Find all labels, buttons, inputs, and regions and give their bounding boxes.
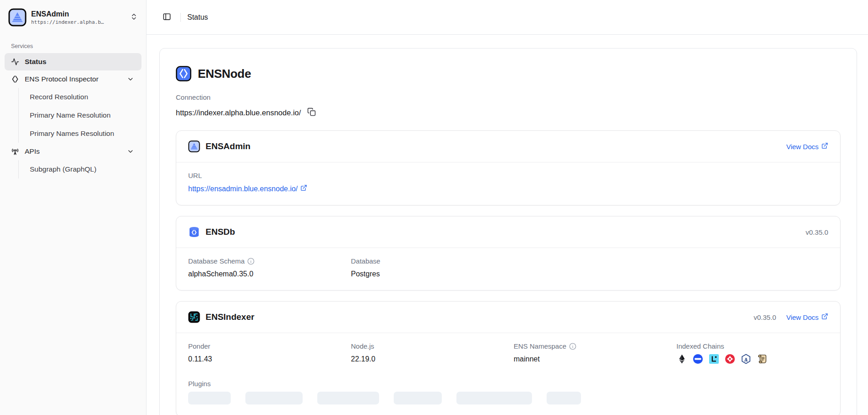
connection-url: https://indexer.alpha.blue.ensnode.io/ xyxy=(176,108,301,117)
field-value: alphaSchema0.35.0 xyxy=(188,270,340,278)
plugin-chips xyxy=(188,392,828,404)
card-title: ENSAdmin xyxy=(206,141,250,151)
apis-subnav: Subgraph (GraphQL) xyxy=(18,160,141,178)
external-link-icon xyxy=(821,313,828,321)
ensadmin-card: ENSAdmin View Docs xyxy=(176,130,841,205)
service-cards: ENSAdmin View Docs xyxy=(176,130,841,415)
chevrons-up-down-icon xyxy=(130,13,138,22)
ensdb-logo-icon xyxy=(188,226,200,238)
field-value: mainnet xyxy=(514,355,666,363)
ens-diamond-icon xyxy=(11,75,19,83)
external-link-icon xyxy=(300,184,307,193)
copy-icon xyxy=(307,108,316,118)
scroll-chain-icon xyxy=(757,354,767,364)
sidebar-item-label: Primary Names Resolution xyxy=(30,129,114,138)
sidebar-item-label: Primary Name Resolution xyxy=(30,111,111,119)
breadcrumb: Status xyxy=(187,13,208,22)
radio-tower-icon xyxy=(11,147,19,156)
app-title: ENSAdmin xyxy=(31,10,69,18)
sidebar-item-status[interactable]: Status xyxy=(5,53,141,70)
optimism-chain-icon xyxy=(725,354,735,364)
plugin-chip xyxy=(245,392,303,404)
field-value: 0.11.43 xyxy=(188,355,340,363)
ensadmin-url-text: https://ensadmin.blue.ensnode.io/ xyxy=(188,185,298,193)
ensadmin-logo-icon xyxy=(8,8,27,27)
version-badge: v0.35.0 xyxy=(754,313,776,321)
field-ens-namespace: ENS Namespace mainnet xyxy=(514,342,666,364)
base-chain-icon xyxy=(693,354,703,364)
field-ponder: Ponder 0.11.43 xyxy=(188,342,340,364)
ensadmin-card-logo-icon xyxy=(188,140,200,152)
app-root: ENSAdmin https://indexer.alpha.b… Servic… xyxy=(0,0,868,415)
field-label: Ponder xyxy=(188,342,340,350)
sidebar-toggle-button[interactable] xyxy=(159,10,174,25)
connection-label: Connection xyxy=(176,93,841,101)
content: ENSNode Connection https://indexer.alpha… xyxy=(146,35,868,415)
arbitrum-chain-icon xyxy=(741,354,751,364)
sidebar-section-label: Services xyxy=(5,43,141,49)
field-database: Database Postgres xyxy=(351,257,503,278)
field-label: Database xyxy=(351,257,503,265)
info-icon[interactable] xyxy=(247,258,255,265)
page-title: ENSNode xyxy=(198,67,251,81)
card-title: ENSIndexer xyxy=(206,312,255,322)
plugin-chip xyxy=(317,392,379,404)
view-docs-label: View Docs xyxy=(786,143,819,151)
ensadmin-url-link[interactable]: https://ensadmin.blue.ensnode.io/ xyxy=(188,184,307,193)
plugins-label: Plugins xyxy=(188,380,828,388)
ensindexer-logo-icon xyxy=(188,311,200,323)
connection-switcher[interactable]: ENSAdmin https://indexer.alpha.b… xyxy=(5,5,141,30)
connection-row: https://indexer.alpha.blue.ensnode.io/ xyxy=(176,108,841,118)
ensdb-card: ENSDb v0.35.0 Database Schema xyxy=(176,216,841,291)
chevron-down-icon xyxy=(127,75,135,83)
panel-left-icon xyxy=(163,12,171,22)
ethereum-chain-icon xyxy=(677,354,687,364)
view-docs-label: View Docs xyxy=(786,313,819,321)
sidebar-item-apis[interactable]: APIs xyxy=(5,143,141,160)
topbar: Status xyxy=(146,0,868,35)
field-label: Node.js xyxy=(351,342,503,350)
field-database-schema: Database Schema alphaSchema0.35.0 xyxy=(188,257,340,278)
sidebar-item-label: APIs xyxy=(25,147,40,156)
plugin-chip xyxy=(394,392,442,404)
chevron-down-icon xyxy=(127,147,135,156)
view-docs-link[interactable]: View Docs xyxy=(786,142,828,151)
indexed-chains-list xyxy=(677,354,829,364)
plugin-chip xyxy=(456,392,532,404)
field-value: 22.19.0 xyxy=(351,355,503,363)
field-value: Postgres xyxy=(351,270,503,278)
field-label: ENS Namespace xyxy=(514,342,566,350)
field-nodejs: Node.js 22.19.0 xyxy=(351,342,503,364)
status-page-card: ENSNode Connection https://indexer.alpha… xyxy=(159,48,857,415)
activity-icon xyxy=(11,58,19,66)
sidebar-item-subgraph-graphql[interactable]: Subgraph (GraphQL) xyxy=(23,160,141,178)
main-area: Status ENSNode Connection https: xyxy=(146,0,868,415)
plugin-chip xyxy=(547,392,581,404)
sidebar-item-primary-names-resolution[interactable]: Primary Names Resolution xyxy=(23,124,141,143)
sidebar-item-label: Status xyxy=(25,58,46,66)
sidebar-item-primary-name-resolution[interactable]: Primary Name Resolution xyxy=(23,106,141,124)
info-icon[interactable] xyxy=(569,343,576,350)
inspector-subnav: Record Resolution Primary Name Resolutio… xyxy=(18,88,141,143)
view-docs-link[interactable]: View Docs xyxy=(786,313,828,321)
version-badge: v0.35.0 xyxy=(806,228,828,236)
sidebar-nav: Status ENS Protocol Inspector Record Res… xyxy=(5,53,141,178)
sidebar-item-label: Record Resolution xyxy=(30,93,88,101)
app-subtitle: https://indexer.alpha.b… xyxy=(31,19,125,25)
plugin-chip xyxy=(188,392,231,404)
sidebar-item-label: ENS Protocol Inspector xyxy=(25,75,98,83)
sidebar: ENSAdmin https://indexer.alpha.b… Servic… xyxy=(0,0,146,415)
url-field-label: URL xyxy=(188,172,828,179)
external-link-icon xyxy=(821,142,828,151)
ensindexer-card: ENSIndexer v0.35.0 View Docs xyxy=(176,301,841,415)
ensnode-header: ENSNode xyxy=(176,66,841,81)
topbar-divider xyxy=(180,13,181,22)
ensnode-logo-icon xyxy=(176,66,191,81)
field-label: Indexed Chains xyxy=(677,342,829,350)
field-indexed-chains: Indexed Chains xyxy=(677,342,829,364)
card-title: ENSDb xyxy=(206,227,235,237)
linea-chain-icon xyxy=(709,354,719,364)
sidebar-item-ens-protocol-inspector[interactable]: ENS Protocol Inspector xyxy=(5,70,141,88)
copy-button[interactable] xyxy=(307,108,316,118)
sidebar-item-record-resolution[interactable]: Record Resolution xyxy=(23,88,141,106)
